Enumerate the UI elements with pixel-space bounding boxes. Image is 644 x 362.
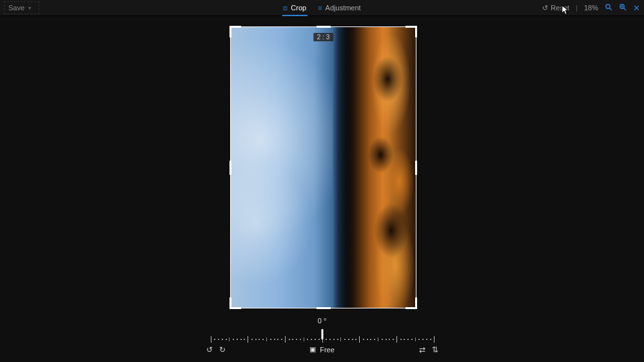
svg-point-0	[606, 4, 610, 8]
crop-handle-top-right[interactable]	[415, 26, 417, 37]
crop-handle-right[interactable]	[415, 161, 417, 175]
undo-icon: ↺	[542, 4, 548, 12]
crop-handle-bottom-right[interactable]	[415, 297, 417, 309]
crop-icon: ⧈	[283, 4, 288, 12]
tab-adjustment[interactable]: ≡ Adjustment	[318, 0, 360, 15]
tab-adjustment-label: Adjustment	[326, 4, 361, 12]
aspect-ratio-icon: ▣	[309, 345, 316, 354]
chevron-down-icon: ▾	[28, 5, 31, 11]
zoom-actual-icon[interactable]	[619, 3, 627, 13]
save-label: Save	[8, 4, 24, 12]
close-button[interactable]: ✕	[633, 3, 640, 13]
right-toolbar: ↺ Reset | 18% ✕	[542, 0, 640, 15]
bottom-panel: 0 ° ↺ ↻ ▣ Free ⇄ ⇅	[0, 317, 644, 362]
flip-vertical-button[interactable]: ⇅	[432, 345, 438, 354]
rotation-angle-label: 0 °	[318, 317, 327, 325]
crop-handle-top-left[interactable]	[229, 26, 231, 37]
reset-button[interactable]: ↺ Reset	[542, 4, 569, 12]
ruler-handle[interactable]	[321, 329, 323, 339]
zoom-level-label: 18%	[584, 4, 598, 12]
crop-frame[interactable]: 2 : 3	[230, 26, 416, 308]
crop-handle-bottom[interactable]	[317, 307, 331, 309]
reset-label: Reset	[551, 4, 569, 12]
editor-mode-tabs: ⧈ Crop ≡ Adjustment	[283, 0, 360, 15]
tab-crop-label: Crop	[291, 4, 306, 12]
svg-line-1	[610, 8, 612, 10]
photo-content-overlay	[346, 27, 416, 308]
photo-preview[interactable]	[230, 26, 416, 308]
crop-handle-left[interactable]	[229, 161, 231, 175]
top-toolbar: Save ▾ ⧈ Crop ≡ Adjustment ↺ Reset | 18%…	[0, 0, 644, 16]
aspect-ratio-button[interactable]: ▣ Free	[309, 345, 335, 354]
save-button[interactable]: Save ▾	[4, 1, 39, 14]
zoom-fit-icon[interactable]	[605, 3, 612, 13]
rotate-cw-button[interactable]: ↻	[219, 345, 226, 354]
bottom-controls: ↺ ↻ ▣ Free ⇄ ⇅	[206, 345, 438, 358]
rotation-ruler[interactable]	[211, 328, 434, 341]
flip-horizontal-button[interactable]: ⇄	[419, 345, 425, 354]
aspect-ratio-badge: 2 : 3	[313, 33, 333, 41]
separator: |	[576, 4, 578, 12]
editor-canvas[interactable]: 2 : 3	[0, 15, 644, 317]
rotate-ccw-button[interactable]: ↺	[206, 345, 213, 354]
aspect-ratio-label: Free	[320, 346, 335, 354]
adjustment-icon: ≡	[318, 4, 322, 12]
crop-handle-bottom-left[interactable]	[229, 297, 231, 309]
crop-handle-top[interactable]	[317, 26, 331, 28]
tab-crop[interactable]: ⧈ Crop	[283, 0, 306, 15]
svg-line-3	[624, 8, 627, 10]
